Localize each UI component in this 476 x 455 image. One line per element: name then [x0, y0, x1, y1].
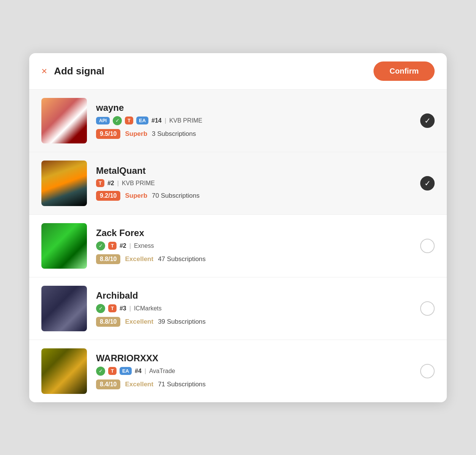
badge-t-wayne: T — [125, 117, 133, 124]
avatar-warriorxxx — [41, 348, 87, 394]
badge-shield-archibald: ✓ — [96, 304, 105, 313]
separator-zackforex: | — [129, 242, 131, 249]
signal-list: wayneAPI✓TEA#14|KVB PRIME9.5/10Superb3 S… — [29, 90, 447, 402]
signal-broker-zackforex: Exness — [134, 242, 154, 249]
signal-info-warriorxxx: WARRIORXXX✓TEA#4|AvaTrade8.4/10Excellent… — [96, 353, 411, 389]
signal-rank-zackforex: #2 — [120, 242, 126, 249]
signal-subscriptions-zackforex: 47 Subscriptions — [158, 255, 206, 263]
signal-score-row-zackforex: 8.8/10Excellent47 Subscriptions — [96, 254, 411, 264]
signal-score-badge-zackforex: 8.8/10 — [96, 254, 120, 264]
badge-t-zackforex: T — [108, 242, 117, 250]
signal-info-archibald: Archibald✓T#3|ICMarkets8.8/10Excellent39… — [96, 290, 411, 327]
select-circle-archibald[interactable] — [420, 301, 435, 316]
signal-info-zackforex: Zack Forex✓T#2|Exness8.8/10Excellent47 S… — [96, 228, 411, 264]
select-circle-metalquant[interactable]: ✓ — [420, 176, 435, 191]
signal-score-label-archibald: Excellent — [125, 318, 153, 326]
signal-badges-wayne: API✓TEA#14|KVB PRIME — [96, 116, 411, 125]
signal-score-label-zackforex: Excellent — [125, 255, 153, 263]
avatar-archibald — [41, 286, 87, 331]
separator-warriorxxx: | — [145, 368, 146, 375]
signal-item-archibald[interactable]: Archibald✓T#3|ICMarkets8.8/10Excellent39… — [29, 277, 447, 340]
modal-header: × Add signal Confirm — [29, 53, 447, 90]
signal-item-zackforex[interactable]: Zack Forex✓T#2|Exness8.8/10Excellent47 S… — [29, 215, 447, 277]
header-left: × Add signal — [41, 65, 104, 77]
signal-name-wayne: wayne — [96, 102, 411, 113]
badge-t-archibald: T — [108, 304, 117, 312]
modal-title: Add signal — [54, 65, 104, 77]
signal-name-metalquant: MetalQuant — [96, 165, 411, 176]
select-circle-zackforex[interactable] — [420, 239, 435, 253]
signal-score-label-metalquant: Superb — [125, 192, 147, 200]
signal-broker-metalquant: KVB PRIME — [122, 180, 155, 187]
add-signal-modal: × Add signal Confirm wayneAPI✓TEA#14|KVB… — [29, 53, 447, 402]
signal-score-badge-metalquant: 9.2/10 — [96, 191, 120, 201]
signal-score-badge-wayne: 9.5/10 — [96, 129, 120, 139]
signal-score-label-warriorxxx: Excellent — [125, 381, 153, 388]
avatar-metalquant — [41, 161, 87, 206]
badge-shield-zackforex: ✓ — [96, 241, 105, 250]
signal-item-warriorxxx[interactable]: WARRIORXXX✓TEA#4|AvaTrade8.4/10Excellent… — [29, 340, 447, 402]
badge-ea-warriorxxx: EA — [120, 367, 132, 375]
signal-rank-warriorxxx: #4 — [135, 368, 142, 375]
signal-name-warriorxxx: WARRIORXXX — [96, 353, 411, 364]
signal-score-row-wayne: 9.5/10Superb3 Subscriptions — [96, 129, 411, 139]
checkmark-metalquant: ✓ — [424, 179, 431, 187]
separator-archibald: | — [129, 305, 131, 312]
signal-score-row-metalquant: 9.2/10Superb70 Subscriptions — [96, 191, 411, 201]
badge-shield-wayne: ✓ — [113, 116, 122, 125]
signal-rank-metalquant: #2 — [107, 180, 114, 187]
signal-score-badge-archibald: 8.8/10 — [96, 317, 120, 327]
signal-name-zackforex: Zack Forex — [96, 228, 411, 238]
signal-badges-archibald: ✓T#3|ICMarkets — [96, 304, 411, 313]
separator-wayne: | — [165, 117, 166, 124]
signal-subscriptions-warriorxxx: 71 Subscriptions — [158, 381, 206, 388]
avatar-zackforex — [41, 223, 87, 269]
signal-info-wayne: wayneAPI✓TEA#14|KVB PRIME9.5/10Superb3 S… — [96, 102, 411, 139]
signal-item-wayne[interactable]: wayneAPI✓TEA#14|KVB PRIME9.5/10Superb3 S… — [29, 90, 447, 152]
badge-shield-warriorxxx: ✓ — [96, 367, 105, 376]
signal-subscriptions-archibald: 39 Subscriptions — [158, 318, 206, 326]
avatar-wayne — [41, 98, 87, 143]
confirm-button[interactable]: Confirm — [374, 61, 435, 81]
select-circle-wayne[interactable]: ✓ — [420, 113, 435, 128]
badge-t-metalquant: T — [96, 179, 104, 187]
signal-score-badge-warriorxxx: 8.4/10 — [96, 379, 120, 389]
signal-score-label-wayne: Superb — [125, 130, 147, 138]
signal-subscriptions-metalquant: 70 Subscriptions — [152, 192, 200, 200]
signal-score-row-archibald: 8.8/10Excellent39 Subscriptions — [96, 317, 411, 327]
signal-badges-metalquant: T#2|KVB PRIME — [96, 179, 411, 187]
signal-rank-archibald: #3 — [120, 305, 126, 312]
signal-info-metalquant: MetalQuantT#2|KVB PRIME9.2/10Superb70 Su… — [96, 165, 411, 201]
signal-rank-wayne: #14 — [151, 117, 162, 124]
signal-broker-wayne: KVB PRIME — [169, 117, 202, 124]
signal-badges-zackforex: ✓T#2|Exness — [96, 241, 411, 250]
badge-ea-wayne: EA — [136, 117, 148, 124]
signal-score-row-warriorxxx: 8.4/10Excellent71 Subscriptions — [96, 379, 411, 389]
signal-badges-warriorxxx: ✓TEA#4|AvaTrade — [96, 367, 411, 376]
badge-t-warriorxxx: T — [108, 367, 117, 375]
signal-item-metalquant[interactable]: MetalQuantT#2|KVB PRIME9.2/10Superb70 Su… — [29, 152, 447, 215]
checkmark-wayne: ✓ — [424, 117, 431, 124]
separator-metalquant: | — [117, 180, 119, 187]
close-button[interactable]: × — [41, 66, 47, 76]
select-circle-warriorxxx[interactable] — [420, 364, 435, 378]
signal-name-archibald: Archibald — [96, 290, 411, 301]
badge-api-wayne: API — [96, 117, 110, 124]
signal-broker-archibald: ICMarkets — [134, 305, 162, 312]
signal-broker-warriorxxx: AvaTrade — [149, 368, 175, 375]
signal-subscriptions-wayne: 3 Subscriptions — [152, 130, 196, 138]
